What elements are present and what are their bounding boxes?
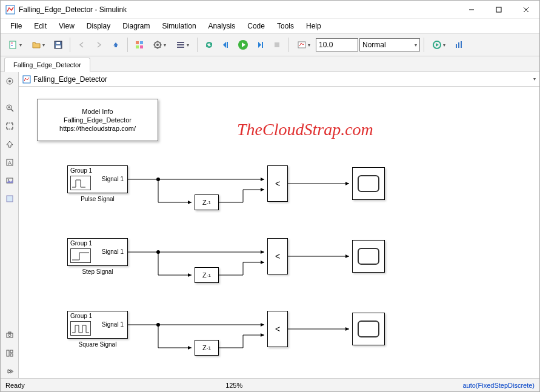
- run-button[interactable]: [235, 37, 251, 53]
- save-button[interactable]: [50, 37, 66, 53]
- scope-block-1[interactable]: [352, 240, 385, 273]
- model-canvas[interactable]: Model Info Falling_Edge_Detector https:/…: [19, 87, 539, 378]
- compare-block-1[interactable]: <: [267, 238, 288, 274]
- tab-label: Falling_Edge_Detector: [13, 61, 81, 68]
- model-info-line3: https://thecloudstrap.com/: [59, 124, 136, 133]
- unit-delay-block-1[interactable]: Z-1: [195, 267, 219, 283]
- library-browser-button[interactable]: [132, 37, 147, 53]
- fast-restart-button[interactable]: ▾: [428, 37, 450, 53]
- step-back-button[interactable]: [218, 37, 234, 53]
- model-browser-icon[interactable]: [3, 347, 16, 360]
- svg-rect-26: [456, 44, 457, 48]
- svg-rect-14: [140, 45, 143, 48]
- image-icon[interactable]: [3, 174, 16, 187]
- screenshot-icon[interactable]: [3, 328, 16, 342]
- simulation-mode-value: Normal: [362, 41, 386, 49]
- area-icon[interactable]: [3, 192, 16, 205]
- scope-screen-icon: [358, 248, 379, 265]
- compare-block-2[interactable]: <: [267, 311, 288, 347]
- svg-rect-40: [7, 196, 13, 202]
- expand-icon[interactable]: [3, 365, 16, 378]
- simulation-mode-select[interactable]: Normal▾: [359, 38, 420, 51]
- svg-rect-35: [7, 123, 13, 129]
- build-button[interactable]: [451, 37, 467, 53]
- model-config-button[interactable]: ▾: [148, 37, 170, 53]
- menu-analysis[interactable]: Analysis: [202, 20, 242, 32]
- menu-file[interactable]: File: [4, 20, 28, 32]
- source-port-label: Signal 1: [102, 321, 124, 328]
- svg-line-32: [11, 109, 13, 111]
- open-button[interactable]: ▾: [27, 37, 49, 53]
- source-block-square[interactable]: Group 1 Signal 1: [67, 311, 128, 339]
- menu-display[interactable]: Display: [81, 20, 116, 32]
- source-block-step[interactable]: Group 1 Signal 1: [67, 238, 128, 266]
- svg-text:A: A: [8, 160, 12, 166]
- menu-help[interactable]: Help: [300, 20, 327, 32]
- source-name-pulse: Pulse Signal: [67, 196, 128, 202]
- source-group-label: Group 1: [70, 167, 92, 174]
- unit-delay-block-2[interactable]: Z-1: [195, 340, 219, 356]
- model-explorer-button[interactable]: ▾: [172, 37, 193, 53]
- scope-block-2[interactable]: [352, 313, 385, 345]
- source-group-label: Group 1: [70, 313, 92, 319]
- model-info-block[interactable]: Model Info Falling_Edge_Detector https:/…: [37, 99, 158, 141]
- stop-time-input[interactable]: [316, 38, 358, 51]
- source-port-label: Signal 1: [102, 248, 124, 255]
- source-name-step: Step Signal: [67, 268, 128, 275]
- model-info-line2: Falling_Edge_Detector: [64, 116, 132, 124]
- svg-rect-17: [177, 42, 184, 43]
- menu-edit[interactable]: Edit: [28, 20, 53, 32]
- zoom-icon[interactable]: [3, 101, 16, 115]
- step-waveform-icon: [70, 248, 91, 263]
- svg-rect-20: [227, 42, 228, 48]
- menu-view[interactable]: View: [53, 20, 81, 32]
- model-info-line1: Model Info: [82, 107, 113, 116]
- svg-rect-23: [275, 42, 279, 47]
- svg-rect-6: [11, 42, 13, 44]
- breadcrumb-model-name[interactable]: Falling_Edge_Detector: [33, 75, 107, 84]
- up-button[interactable]: [108, 37, 124, 53]
- fit-to-view-icon[interactable]: [3, 119, 16, 133]
- menubar: File Edit View Display Diagram Simulatio…: [1, 19, 539, 33]
- svg-rect-9: [56, 42, 60, 44]
- svg-rect-11: [136, 41, 139, 44]
- svg-rect-27: [458, 42, 459, 48]
- annotation-icon[interactable]: A: [3, 156, 16, 169]
- source-group-label: Group 1: [70, 240, 92, 247]
- svg-rect-22: [262, 42, 263, 48]
- pulse-waveform-icon: [70, 176, 91, 190]
- scope-block-0[interactable]: [352, 167, 385, 200]
- svg-point-30: [8, 80, 11, 82]
- menu-simulation[interactable]: Simulation: [156, 20, 202, 32]
- breadcrumb: Falling_Edge_Detector ▾: [19, 72, 539, 87]
- menu-tools[interactable]: Tools: [271, 20, 300, 32]
- svg-rect-7: [11, 45, 13, 46]
- titlebar: Falling_Edge_Detector - Simulink: [1, 1, 539, 19]
- compare-block-0[interactable]: <: [267, 165, 288, 202]
- menu-diagram[interactable]: Diagram: [116, 20, 156, 32]
- source-block-pulse[interactable]: Group 1 Signal 1: [67, 165, 128, 193]
- step-forward-button[interactable]: [252, 37, 268, 53]
- close-button[interactable]: [512, 1, 539, 19]
- tabbar: Falling_Edge_Detector: [1, 56, 539, 72]
- status-solver[interactable]: auto(FixedStepDiscrete): [462, 382, 535, 389]
- stop-button: [269, 37, 285, 53]
- window-controls: [458, 1, 539, 19]
- menu-code[interactable]: Code: [241, 20, 271, 32]
- status-zoom[interactable]: 125%: [204, 382, 264, 389]
- minimize-button[interactable]: [458, 1, 485, 19]
- update-diagram-button[interactable]: [201, 37, 217, 53]
- svg-rect-10: [56, 45, 61, 48]
- record-button[interactable]: ▾: [293, 37, 315, 53]
- svg-rect-12: [140, 41, 143, 44]
- unit-delay-block-0[interactable]: Z-1: [195, 194, 219, 210]
- svg-rect-24: [298, 42, 305, 48]
- toggle-perspective-icon[interactable]: [3, 138, 16, 151]
- svg-rect-44: [7, 350, 9, 356]
- svg-rect-45: [10, 350, 13, 353]
- hide-navigate-icon[interactable]: [3, 75, 16, 88]
- tab-model[interactable]: Falling_Edge_Detector: [4, 58, 90, 72]
- breadcrumb-dropdown-icon[interactable]: ▾: [533, 76, 536, 82]
- maximize-button[interactable]: [485, 1, 512, 19]
- new-model-button[interactable]: ▾: [4, 37, 26, 53]
